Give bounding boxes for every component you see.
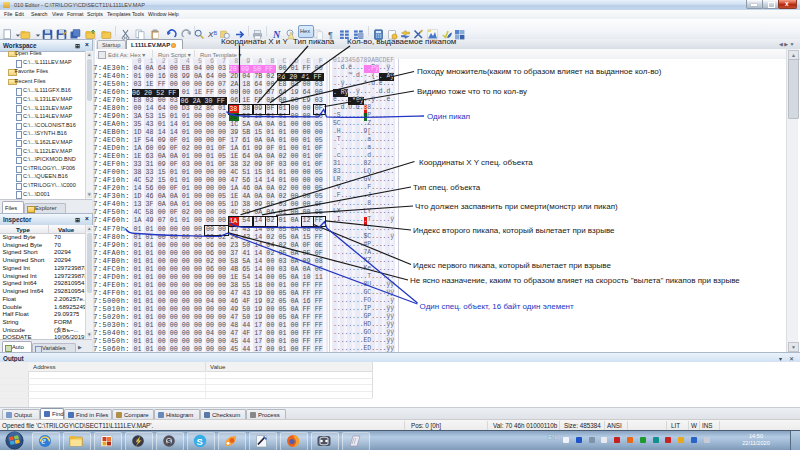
svg-text:e: e	[41, 435, 46, 446]
svg-text:S: S	[197, 435, 203, 446]
svg-text:$: $	[167, 437, 171, 445]
svg-text:B: B	[214, 29, 218, 35]
